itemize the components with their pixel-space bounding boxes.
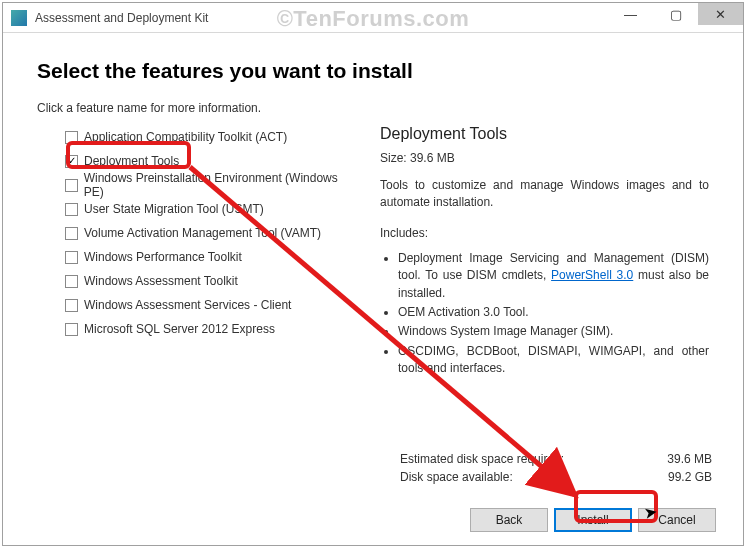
feature-label: Windows Assessment Services - Client: [84, 298, 291, 312]
checkbox-icon[interactable]: [65, 323, 78, 336]
disk-estimates: Estimated disk space required: 39.6 MB D…: [400, 450, 712, 486]
install-button[interactable]: Install: [554, 508, 632, 532]
includes-label: Includes:: [380, 226, 709, 240]
required-value: 39.6 MB: [667, 450, 712, 468]
page-subtext: Click a feature name for more informatio…: [37, 101, 709, 115]
checkbox-icon[interactable]: [65, 299, 78, 312]
feature-label: Application Compatibility Toolkit (ACT): [84, 130, 287, 144]
titlebar: Assessment and Deployment Kit — ▢ ✕: [3, 3, 743, 33]
feature-label: Windows Preinstallation Environment (Win…: [84, 171, 352, 199]
feature-label: Windows Assessment Toolkit: [84, 274, 238, 288]
app-icon: [11, 10, 27, 26]
feature-usmt[interactable]: User State Migration Tool (USMT): [65, 197, 352, 221]
close-button[interactable]: ✕: [698, 3, 743, 25]
include-item: OEM Activation 3.0 Tool.: [398, 304, 709, 321]
checkbox-icon[interactable]: [65, 131, 78, 144]
feature-label: Windows Performance Toolkit: [84, 250, 242, 264]
window-controls: — ▢ ✕: [608, 3, 743, 25]
page-heading: Select the features you want to install: [37, 59, 709, 83]
checkbox-icon[interactable]: [65, 179, 78, 192]
available-label: Disk space available:: [400, 468, 513, 486]
feature-label: Volume Activation Management Tool (VAMT): [84, 226, 321, 240]
feature-label: User State Migration Tool (USMT): [84, 202, 264, 216]
minimize-button[interactable]: —: [608, 3, 653, 25]
maximize-button[interactable]: ▢: [653, 3, 698, 25]
checkbox-icon[interactable]: [65, 275, 78, 288]
checkbox-icon[interactable]: [65, 251, 78, 264]
detail-size: Size: 39.6 MB: [380, 151, 709, 165]
feature-wpt[interactable]: Windows Performance Toolkit: [65, 245, 352, 269]
detail-description: Tools to customize and manage Windows im…: [380, 177, 709, 212]
feature-act[interactable]: Application Compatibility Toolkit (ACT): [65, 125, 352, 149]
feature-deployment-tools[interactable]: ✓ Deployment Tools: [65, 149, 352, 173]
includes-list: Deployment Image Servicing and Managemen…: [398, 250, 709, 378]
feature-label: Microsoft SQL Server 2012 Express: [84, 322, 275, 336]
checkbox-icon[interactable]: [65, 227, 78, 240]
feature-list: Application Compatibility Toolkit (ACT) …: [37, 125, 352, 380]
detail-title: Deployment Tools: [380, 125, 709, 143]
checkbox-icon[interactable]: [65, 203, 78, 216]
available-value: 99.2 GB: [668, 468, 712, 486]
feature-detail-pane: Deployment Tools Size: 39.6 MB Tools to …: [380, 125, 709, 380]
required-label: Estimated disk space required:: [400, 450, 564, 468]
installer-window: Assessment and Deployment Kit — ▢ ✕ ©Ten…: [2, 2, 744, 546]
feature-sql-express[interactable]: Microsoft SQL Server 2012 Express: [65, 317, 352, 341]
include-item: OSCDIMG, BCDBoot, DISMAPI, WIMGAPI, and …: [398, 343, 709, 378]
include-item: Deployment Image Servicing and Managemen…: [398, 250, 709, 302]
feature-vamt[interactable]: Volume Activation Management Tool (VAMT): [65, 221, 352, 245]
powershell-link[interactable]: PowerShell 3.0: [551, 268, 633, 282]
wizard-buttons: Back Install Cancel: [470, 508, 716, 532]
feature-label: Deployment Tools: [84, 154, 179, 168]
window-title: Assessment and Deployment Kit: [35, 11, 208, 25]
feature-wat[interactable]: Windows Assessment Toolkit: [65, 269, 352, 293]
back-button[interactable]: Back: [470, 508, 548, 532]
feature-was-client[interactable]: Windows Assessment Services - Client: [65, 293, 352, 317]
feature-winpe[interactable]: Windows Preinstallation Environment (Win…: [65, 173, 352, 197]
include-item: Windows System Image Manager (SIM).: [398, 323, 709, 340]
cancel-button[interactable]: Cancel: [638, 508, 716, 532]
checkbox-icon[interactable]: ✓: [65, 155, 78, 168]
